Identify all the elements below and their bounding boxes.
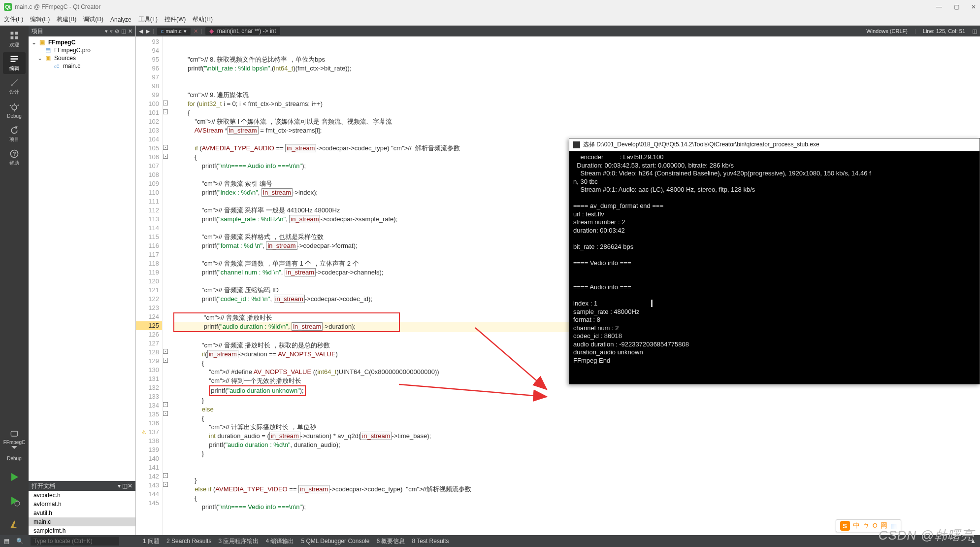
fold-column[interactable]: ---------- <box>163 36 169 535</box>
open-doc-item[interactable]: avcodec.h <box>29 491 135 500</box>
svg-line-12 <box>18 105 19 106</box>
svg-point-16 <box>15 501 20 506</box>
console-title: 选择 D:\001_Develop\018_Qt\Qt\Qt5.14.2\Too… <box>583 140 819 149</box>
ime-chinese-icon[interactable]: 中 <box>853 521 860 530</box>
tab-search[interactable]: 2 Search Results <box>166 538 211 545</box>
mode-design-label: 设计 <box>9 89 19 96</box>
menu-tools[interactable]: 工具(T) <box>138 15 158 24</box>
add-split-icon[interactable]: ◫ <box>121 28 126 34</box>
filter-icon[interactable]: ▿ <box>110 28 113 34</box>
svg-rect-6 <box>11 61 16 62</box>
close-icon[interactable]: ✕ <box>971 3 976 10</box>
chevron-down-icon[interactable]: ▾ <box>105 28 108 34</box>
ime-logo-icon: S <box>840 521 850 531</box>
func-crumb[interactable]: ◆ main(int, char **) -> int <box>205 27 280 35</box>
project-node[interactable]: FFmpegC <box>48 39 75 46</box>
locator-bar: ▤ 🔍 1 问题 2 Search Results 3 应用程序输出 4 编译输… <box>0 535 980 547</box>
file-crumb[interactable]: cmain.c ▾ <box>157 28 191 35</box>
mode-help-label: 帮助 <box>9 160 19 167</box>
svg-rect-5 <box>11 58 18 60</box>
mode-welcome-label: 欢迎 <box>9 41 19 48</box>
menu-widgets[interactable]: 控件(W) <box>164 15 186 24</box>
maximize-icon[interactable]: ▢ <box>954 3 959 10</box>
mode-debug-label: Debug <box>7 113 21 119</box>
console-titlebar[interactable]: 选择 D:\001_Develop\018_Qt\Qt\Qt5.14.2\Too… <box>569 138 980 151</box>
nav-back-icon[interactable]: ◀ <box>139 28 143 34</box>
open-doc-item[interactable]: main.c <box>29 517 135 526</box>
c-file-icon: c <box>54 63 61 69</box>
search-icon: 🔍 <box>16 538 24 545</box>
app-icon: Qt <box>4 3 12 11</box>
nav-fwd-icon[interactable]: ▶ <box>146 28 150 34</box>
svg-line-11 <box>10 105 11 106</box>
sidebar: 项目 ▾ ▿ ⊘ ◫ ✕ ⌄▣FFmpegC ▤FFmpegC.pro ⌄▣So… <box>29 26 136 535</box>
mode-help[interactable]: ? 帮助 <box>3 147 26 169</box>
run-button[interactable] <box>3 466 26 488</box>
open-docs-title: 打开文档 <box>32 482 55 490</box>
menu-build[interactable]: 构建(B) <box>57 15 76 24</box>
cursor-pos[interactable]: Line: 125, Col: 51 <box>923 28 965 34</box>
svg-point-7 <box>11 84 12 86</box>
tab-compile[interactable]: 4 编译输出 <box>265 537 294 546</box>
menu-debug[interactable]: 调试(D) <box>83 15 103 24</box>
titlebar: Qt main.c @ FFmpegC - Qt Creator — ▢ ✕ <box>0 0 980 14</box>
pro-file[interactable]: FFmpegC.pro <box>54 47 91 54</box>
console-icon <box>573 141 580 148</box>
menu-edit[interactable]: 编辑(E) <box>30 15 50 24</box>
menu-analyze[interactable]: Analyze <box>110 16 131 23</box>
menu-file[interactable]: 文件(F) <box>4 15 23 24</box>
line-gutter[interactable]: 9394959697989910010110210310410510610710… <box>136 36 163 535</box>
source-file[interactable]: main.c <box>63 63 80 69</box>
open-doc-item[interactable]: samplefmt.h <box>29 526 135 535</box>
minimize-icon[interactable]: — <box>936 3 942 10</box>
kit-config: Debug <box>3 456 25 461</box>
kit-selector[interactable]: FFmpegC Debug <box>2 426 26 464</box>
editor-toolbar: ◀ ▶ | cmain.c ▾ ✕ | ◆ main(int, char **)… <box>136 26 980 36</box>
ime-punct-icon[interactable]: ㄅ <box>863 521 870 530</box>
menu-help[interactable]: 帮助(H) <box>193 15 213 24</box>
mode-design[interactable]: 设计 <box>3 76 26 98</box>
close-panel-icon[interactable]: ✕ <box>128 482 132 489</box>
tab-issues[interactable]: 1 问题 <box>143 537 160 546</box>
mode-welcome[interactable]: 欢迎 <box>3 29 26 50</box>
encoding-label[interactable]: Windows (CRLF) <box>866 28 908 34</box>
split-editor-icon[interactable]: ◫ <box>972 28 977 34</box>
close-panel-icon[interactable]: ✕ <box>128 28 132 34</box>
tab-appoutput[interactable]: 3 应用程序输出 <box>218 537 259 546</box>
sources-folder[interactable]: Sources <box>54 55 76 62</box>
open-docs-list: avcodec.havformat.havutil.hmain.csamplef… <box>29 491 135 535</box>
mode-projects[interactable]: 项目 <box>3 123 26 145</box>
locator-input[interactable] <box>31 537 119 546</box>
tab-qml[interactable]: 5 QML Debugger Console <box>301 538 369 545</box>
tab-tests[interactable]: 8 Test Results <box>412 538 449 545</box>
open-doc-item[interactable]: avformat.h <box>29 500 135 509</box>
c-file-icon: c <box>161 28 164 34</box>
open-doc-item[interactable]: avutil.h <box>29 509 135 517</box>
mode-debug[interactable]: Debug <box>3 100 26 121</box>
link-icon[interactable]: ⊘ <box>115 28 119 34</box>
mode-edit-label: 编辑 <box>9 65 19 72</box>
open-docs-header: 打开文档 ▾ ◫ ✕ <box>29 481 135 491</box>
mode-edit[interactable]: 编辑 <box>3 52 26 74</box>
svg-rect-4 <box>11 56 18 57</box>
expand-icon[interactable]: ⌄ <box>32 39 37 46</box>
console-window[interactable]: 选择 D:\001_Develop\018_Qt\Qt\Qt5.14.2\Too… <box>569 138 980 384</box>
watermark: CSDN @韩曙亮 <box>879 527 974 544</box>
tab-general[interactable]: 6 概要信息 <box>376 537 405 546</box>
ime-symbol-icon[interactable]: Ω <box>873 522 878 530</box>
locator-icon[interactable]: ▤ <box>4 538 9 545</box>
console-output[interactable]: encoder : Lavf58.29.100 Duration: 00:03:… <box>569 151 980 367</box>
expand-icon[interactable]: ⌄ <box>37 55 43 62</box>
build-button[interactable] <box>3 513 26 535</box>
split-icon[interactable]: ▾ ◫ <box>118 482 128 489</box>
project-tree[interactable]: ⌄▣FFmpegC ▤FFmpegC.pro ⌄▣Sources cmain.c <box>29 36 135 72</box>
sidebar-header: 项目 ▾ ▿ ⊘ ◫ ✕ <box>29 26 135 36</box>
window-title: main.c @ FFmpegC - Qt Creator <box>15 3 100 10</box>
close-doc-icon[interactable]: ✕ <box>194 28 198 34</box>
debug-run-button[interactable] <box>3 490 26 512</box>
svg-rect-2 <box>11 36 14 39</box>
svg-rect-15 <box>11 431 17 436</box>
svg-rect-3 <box>15 36 18 39</box>
project-icon: ▣ <box>39 39 46 46</box>
svg-text:?: ? <box>12 150 16 157</box>
